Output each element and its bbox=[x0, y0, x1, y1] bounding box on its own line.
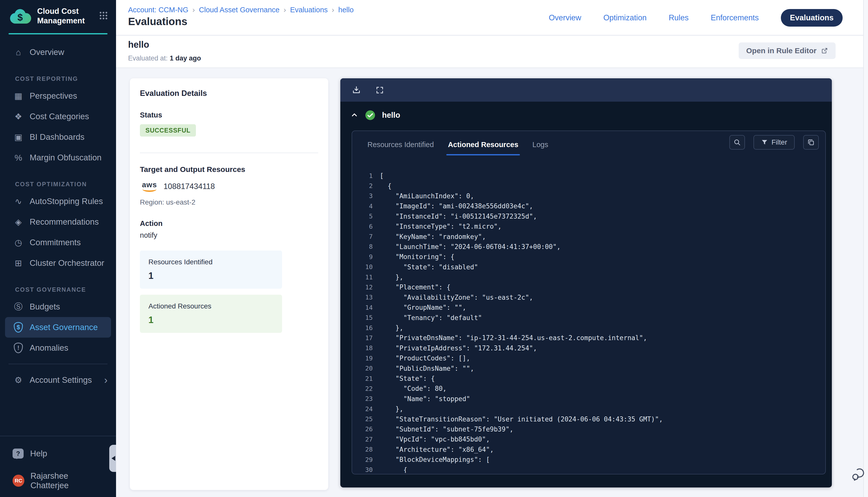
line-content: "PrivateDnsName": "ip-172-31-44-254.us-e… bbox=[380, 334, 647, 342]
sidebar-item[interactable]: Ⓢ Budgets bbox=[5, 296, 111, 317]
breadcrumb-link[interactable]: Cloud Asset Governance bbox=[199, 6, 280, 14]
code-line: 21 "State": { bbox=[362, 373, 823, 384]
line-content: "KeyName": "randomkey", bbox=[380, 233, 486, 240]
code-line: 10 "State": "disabled" bbox=[362, 262, 823, 272]
sidebar-item[interactable]: ◷ Commitments bbox=[5, 232, 111, 253]
feedback-button[interactable] bbox=[851, 467, 866, 481]
sidebar-item[interactable]: $ Asset Governance bbox=[5, 317, 111, 338]
clock-icon: ◷ bbox=[13, 238, 24, 247]
line-number: 24 bbox=[362, 406, 373, 413]
code-line: 18 "PrivateIpAddress": "172.31.44.254", bbox=[362, 343, 823, 353]
sidebar-divider bbox=[9, 364, 108, 364]
code-line: 24 }, bbox=[362, 404, 823, 414]
user-name: Rajarshee Chatterjee bbox=[30, 471, 108, 490]
breadcrumb-link[interactable]: Account: CCM-NG bbox=[128, 6, 188, 14]
copy-button[interactable] bbox=[803, 135, 819, 150]
piggy-bank-icon: Ⓢ bbox=[13, 301, 24, 313]
action-label: Action bbox=[140, 219, 318, 228]
aws-logo-text: aws bbox=[142, 181, 157, 188]
code-line: 12 "Placement": { bbox=[362, 282, 823, 292]
module-grid-icon[interactable] bbox=[98, 11, 109, 22]
collapse-arrow-icon bbox=[109, 456, 115, 461]
chevron-right-icon: › bbox=[104, 375, 108, 385]
sidebar-item[interactable]: ▣ BI Dashboards bbox=[5, 127, 111, 147]
chevron-right-icon: › bbox=[192, 5, 195, 14]
filter-button[interactable]: Filter bbox=[754, 135, 795, 150]
sidebar-item-label: COST REPORTING bbox=[15, 75, 78, 82]
sidebar-item[interactable]: ▦ Perspectives bbox=[5, 86, 111, 106]
help-label: Help bbox=[30, 449, 47, 458]
tab[interactable]: Resources Identified bbox=[366, 141, 435, 155]
status-badge: SUCCESSFUL bbox=[140, 124, 196, 137]
sidebar-item-account-settings[interactable]: ⚙ Account Settings › bbox=[5, 370, 111, 390]
fullscreen-button[interactable] bbox=[376, 86, 384, 94]
tabs: Resources Identified Actioned Resources … bbox=[366, 141, 550, 155]
line-number: 11 bbox=[362, 274, 373, 281]
sidebar-item[interactable]: ⊞ Cluster Orchestrator bbox=[5, 253, 111, 273]
code-line: 16 }, bbox=[362, 323, 823, 333]
line-content: "StateTransitionReason": "User initiated… bbox=[380, 415, 663, 423]
sidebar-item[interactable]: ❖ Cost Categories bbox=[5, 106, 111, 127]
breadcrumb-link[interactable]: hello bbox=[338, 6, 354, 14]
chevron-right-icon: › bbox=[283, 5, 286, 14]
open-in-rule-editor-button[interactable]: Open in Rule Editor bbox=[739, 42, 836, 59]
viewer-toolbar bbox=[340, 78, 832, 102]
code-line: 17 "PrivateDnsName": "ip-172-31-44-254.u… bbox=[362, 333, 823, 343]
stat-box: Resources Identified 1 bbox=[140, 251, 282, 289]
aws-account-row: aws 108817434118 bbox=[140, 181, 318, 192]
header-nav-link[interactable]: Evaluations bbox=[781, 9, 843, 27]
header-nav-link[interactable]: Rules bbox=[669, 13, 688, 22]
code-line: 4 "ImageId": "ami-002438e556dd03e4c", bbox=[362, 201, 823, 211]
sidebar-item[interactable]: ⌂ Overview bbox=[5, 42, 111, 62]
line-content: "Monitoring": { bbox=[380, 253, 454, 260]
sidebar-item-label: Budgets bbox=[30, 302, 60, 312]
line-content: "InstanceId": "i-00512145e7372325d", bbox=[380, 213, 537, 220]
line-number: 6 bbox=[362, 223, 373, 230]
code-line: 28 "Architecture": "x86_64", bbox=[362, 444, 823, 455]
breadcrumb-item: › Cloud Asset Governance bbox=[188, 5, 280, 14]
sidebar-nav: ⌂ Overview COST REPORTING ▦ Perspectives… bbox=[0, 42, 116, 358]
user-menu[interactable]: RC Rajarshee Chatterjee bbox=[0, 469, 116, 492]
code-line: 15 "Tenancy": "default" bbox=[362, 313, 823, 323]
filter-label: Filter bbox=[772, 138, 787, 146]
code-line: 19 "ProductCodes": [], bbox=[362, 353, 823, 363]
sidebar-item[interactable]: ∿ AutoStopping Rules bbox=[5, 191, 111, 212]
sidebar-collapse-handle[interactable] bbox=[109, 445, 116, 472]
shield-dollar-icon: $ bbox=[14, 322, 23, 332]
header-nav-link[interactable]: Overview bbox=[549, 13, 581, 22]
aws-smile-arc bbox=[142, 188, 156, 192]
line-number: 5 bbox=[362, 213, 373, 220]
sidebar-item: COST REPORTING bbox=[5, 72, 111, 86]
sidebar-item[interactable]: ! Anomalies bbox=[5, 338, 111, 358]
help-button[interactable]: ? Help bbox=[0, 442, 116, 465]
code-line: 9 "Monitoring": { bbox=[362, 252, 823, 262]
line-content: { bbox=[380, 466, 407, 473]
target-resources-title: Target and Output Resources bbox=[140, 165, 318, 174]
tab[interactable]: Logs bbox=[531, 141, 550, 155]
code-line: 20 "PublicDnsName": "", bbox=[362, 363, 823, 373]
sidebar-item[interactable]: ◈ Recommendations bbox=[5, 212, 111, 232]
line-content: "Tenancy": "default" bbox=[380, 314, 482, 322]
line-number: 4 bbox=[362, 202, 373, 210]
breadcrumb-item: › hello bbox=[328, 5, 354, 14]
run-row[interactable]: hello bbox=[350, 110, 400, 120]
code-line: 26 "SubnetId": "subnet-75fe9b39", bbox=[362, 424, 823, 434]
breadcrumb-link[interactable]: Evaluations bbox=[290, 6, 328, 14]
viewer-controls: Filter bbox=[729, 135, 819, 150]
download-button[interactable] bbox=[352, 86, 361, 95]
line-number: 17 bbox=[362, 334, 373, 342]
json-code-viewer[interactable]: 1 [ 2 { 3 "AmiLaunchIndex": 0, bbox=[362, 171, 823, 473]
header-nav-link[interactable]: Enforcements bbox=[711, 13, 759, 22]
sidebar-item: COST GOVERNANCE bbox=[5, 283, 111, 296]
autostopping-icon: ∿ bbox=[13, 196, 24, 206]
header-nav-link[interactable]: Optimization bbox=[603, 13, 646, 22]
line-number: 27 bbox=[362, 436, 373, 443]
sidebar-item-label: Overview bbox=[30, 47, 64, 57]
avatar: RC bbox=[13, 475, 24, 487]
percent-icon: % bbox=[13, 153, 24, 163]
search-button[interactable] bbox=[729, 135, 745, 150]
sidebar-item-label: Margin Obfuscation bbox=[30, 153, 101, 162]
sidebar-item[interactable]: % Margin Obfuscation bbox=[5, 147, 111, 168]
tab[interactable]: Actioned Resources bbox=[446, 141, 520, 155]
line-content: "SubnetId": "subnet-75fe9b39", bbox=[380, 425, 513, 433]
